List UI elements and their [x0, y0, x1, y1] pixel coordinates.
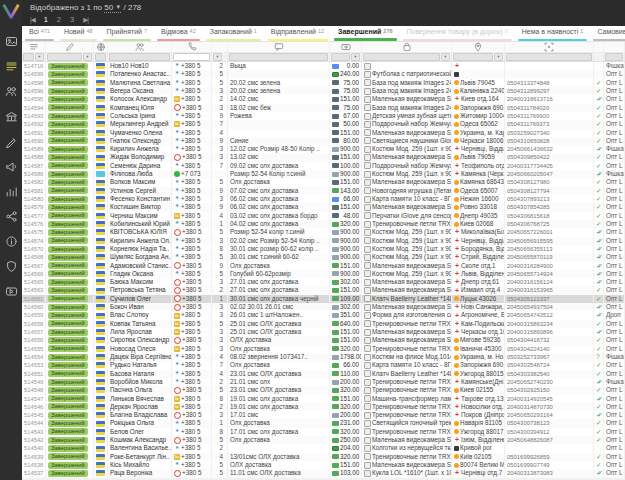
- client-name-cell[interactable]: Мерклингер Андрей: [108, 120, 172, 128]
- payment-cell[interactable]: 67.00: [330, 112, 362, 120]
- status-cell[interactable]: Завершений: [46, 153, 94, 161]
- calls-count-cell[interactable]: 3: [212, 237, 228, 245]
- order-id-cell[interactable]: 514716: [22, 62, 46, 70]
- phone-cell[interactable]: +380 5: [172, 262, 212, 270]
- phone-cell[interactable]: lc+380 5: [172, 453, 212, 461]
- filter-input[interactable]: [506, 53, 592, 61]
- status-cell[interactable]: Завершений: [46, 328, 94, 336]
- country-cell[interactable]: [94, 170, 108, 178]
- calls-count-cell[interactable]: 4: [212, 453, 228, 461]
- order-id-cell[interactable]: 514594: [22, 104, 46, 112]
- delivery-city-cell[interactable]: Украина, м. Кар..: [452, 129, 505, 137]
- product-cell[interactable]: Машина-трансформер ламборд..: [362, 395, 452, 403]
- delivery-city-cell[interactable]: +Киев отд.164: [452, 95, 505, 103]
- tracking-number-cell[interactable]: 20450661436632: [505, 145, 594, 153]
- client-name-cell[interactable]: Потапенко Анастас..: [108, 70, 172, 78]
- client-name-cell[interactable]: Жидак Володимир: [108, 153, 172, 161]
- sidebar-item-info[interactable]: [0, 229, 22, 254]
- table-row[interactable]: 514575ЗавершенийКВІТОВСЬКА ЮЛІЯ+380 55Ро…: [22, 228, 625, 236]
- check-cell[interactable]: ✓: [594, 361, 604, 369]
- payment-cell[interactable]: 900.00: [330, 270, 362, 278]
- order-id-cell[interactable]: 514576: [22, 220, 46, 228]
- delivery-city-cell[interactable]: +Новосілки отд.1: [452, 403, 505, 411]
- delivery-city-cell[interactable]: Львів 79045: [452, 79, 505, 87]
- client-name-cell[interactable]: Басова Наталя: [108, 370, 172, 378]
- payment-cell[interactable]: 100.00: [330, 162, 362, 170]
- calls-count-cell[interactable]: 9: [212, 262, 228, 270]
- phone-cell[interactable]: *+380 5: [172, 70, 212, 78]
- order-id-cell[interactable]: 514549: [22, 378, 46, 386]
- tab-Відправлений[interactable]: Відправлений12: [264, 26, 331, 42]
- last-page-button[interactable]: ▶|: [83, 14, 88, 25]
- payment-cell[interactable]: 320.00: [330, 220, 362, 228]
- payment-cell[interactable]: 900.00: [330, 145, 362, 153]
- delivery-city-cell[interactable]: Калинівка 22400: [452, 87, 505, 95]
- destination-cell[interactable]: Опт L: [604, 112, 625, 120]
- payment-cell[interactable]: 900.00: [330, 245, 362, 253]
- destination-cell[interactable]: Опт L: [604, 79, 625, 87]
- destination-cell[interactable]: Опт L: [604, 95, 625, 103]
- country-cell[interactable]: [94, 153, 108, 161]
- table-row[interactable]: 514545ЗавершенийБлагіна Владіслава+380 5…: [22, 411, 625, 419]
- check-cell[interactable]: ✓: [594, 370, 604, 378]
- status-cell[interactable]: Завершений: [46, 419, 94, 427]
- client-name-cell[interactable]: Філіпова Люба: [108, 170, 172, 178]
- payment-cell[interactable]: 151.00: [330, 286, 362, 294]
- table-row[interactable]: 514587ЗавершенийСеменюк Дарина*+380 5709…: [22, 162, 625, 170]
- check-cell[interactable]: [594, 444, 604, 452]
- delivery-city-cell[interactable]: Наварія 81105: [452, 419, 505, 427]
- status-cell[interactable]: Завершений: [46, 104, 94, 112]
- country-cell[interactable]: [94, 87, 108, 95]
- product-cell[interactable]: Тренировочные петли TRX Train..: [362, 453, 452, 461]
- tracking-number-cell[interactable]: 0504307893213: [505, 195, 594, 203]
- delivery-city-cell[interactable]: +Миколаївка(Біл..: [452, 228, 505, 236]
- delivery-city-cell[interactable]: +Бородянка, Від..: [452, 245, 505, 253]
- client-name-cell[interactable]: Семенюк Дарина: [108, 162, 172, 170]
- filter-input[interactable]: [23, 53, 34, 61]
- check-cell[interactable]: ✓: [594, 112, 604, 120]
- country-cell[interactable]: [94, 303, 108, 311]
- phone-cell[interactable]: lc+380 5: [172, 345, 212, 353]
- calls-count-cell[interactable]: 8: [212, 428, 228, 436]
- calls-count-cell[interactable]: 5: [212, 178, 228, 186]
- country-cell[interactable]: [94, 112, 108, 120]
- comment-cell[interactable]: 30.01 смс т.синий 60-62: [228, 253, 330, 261]
- delivery-city-cell[interactable]: Одеса 65007: [452, 187, 505, 195]
- country-cell[interactable]: [94, 162, 108, 170]
- col-client-icon[interactable]: [108, 42, 172, 52]
- client-name-cell[interactable]: Кошмак Александр: [108, 436, 172, 444]
- phone-cell[interactable]: *+380 5: [172, 178, 212, 186]
- calls-count-cell[interactable]: 3: [212, 104, 228, 112]
- check-cell[interactable]: ✓: [594, 153, 604, 161]
- tracking-number-cell[interactable]: 0503252733967: [505, 353, 594, 361]
- sidebar-item-tasks[interactable]: [0, 129, 22, 154]
- order-id-cell[interactable]: 514582: [22, 178, 46, 186]
- sidebar-item-marketing[interactable]: [0, 154, 22, 179]
- comment-cell[interactable]: Синие: [228, 137, 330, 145]
- product-cell[interactable]: [362, 62, 452, 70]
- phone-cell[interactable]: *+380 5: [172, 245, 212, 253]
- product-cell[interactable]: Тренировочные петли TRX Train..: [362, 428, 452, 436]
- order-id-cell[interactable]: 514598: [22, 79, 46, 87]
- sidebar-item-orders-list[interactable]: [0, 54, 22, 79]
- col-payment-icon[interactable]: [330, 42, 362, 52]
- status-cell[interactable]: Завершений: [46, 129, 94, 137]
- order-id-cell[interactable]: 514553: [22, 361, 46, 369]
- product-cell[interactable]: Костюм Мод. 259 (1шт. x 900.00..: [362, 253, 452, 261]
- table-row[interactable]: 514566ЗавершенийГладик Оксана*+380 55Гол…: [22, 270, 625, 278]
- status-cell[interactable]: Завершений: [46, 195, 94, 203]
- delivery-city-cell[interactable]: +Измаил отд.4: [452, 286, 505, 294]
- comment-cell[interactable]: 19.01 смс олх доставка: [228, 403, 330, 411]
- table-row[interactable]: 514592ЗавершенийМерклингер Андрейlc+380 …: [22, 120, 625, 128]
- tab-Нема в наявності[interactable]: Нема в наявності1: [515, 26, 591, 42]
- client-name-cell[interactable]: Кирилич Анжела Ол..: [108, 237, 172, 245]
- tracking-number-cell[interactable]: 20450656355113: [505, 245, 594, 253]
- page-number-2[interactable]: 2: [57, 14, 61, 25]
- country-cell[interactable]: [94, 70, 108, 78]
- table-row[interactable]: 514538ЗавершенийКісь Михайло*+380 55ОЛХ …: [22, 461, 625, 469]
- country-cell[interactable]: [94, 353, 108, 361]
- country-cell[interactable]: [94, 129, 108, 137]
- client-name-cell[interactable]: Влас Слотюу: [108, 311, 172, 319]
- comment-cell[interactable]: 23.01 смс ОЛХ доставка: [228, 370, 330, 378]
- calls-count-cell[interactable]: 7: [212, 120, 228, 128]
